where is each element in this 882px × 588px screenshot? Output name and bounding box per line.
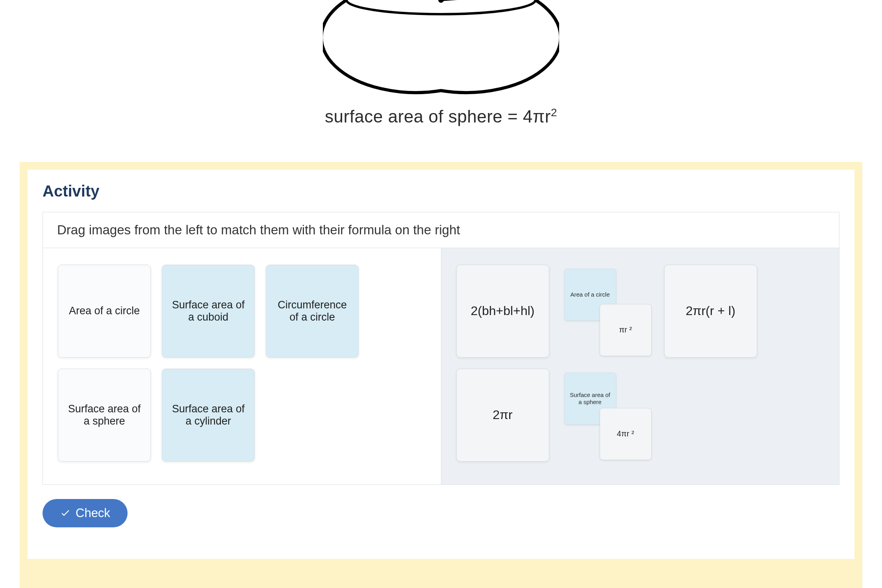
activity-wrapper: Activity Drag images from the left to ma… [20,162,862,588]
check-button-label: Check [76,506,110,520]
card-label: Surface area of a cylinder [169,403,247,427]
drag-card-circumference[interactable]: Circumference of a circle [266,265,359,358]
drop-slot-cuboid-formula[interactable]: 2(bh+bl+hl) [456,265,549,358]
formula-text: 2πr [493,408,513,422]
card-label: Area of a circle [69,305,140,317]
drag-card-cylinder[interactable]: Surface area of a cylinder [162,369,255,462]
formula-text: 2πr(r + l) [686,304,735,318]
drag-card-area-circle[interactable]: Area of a circle [58,265,151,358]
activity-panel: Activity Drag images from the left to ma… [28,170,854,559]
activity-box: Drag images from the left to match them … [43,212,839,485]
card-label: Circumference of a circle [273,299,351,323]
matched-formula-card: 4πr ² [600,408,652,460]
check-button[interactable]: Check [43,499,128,527]
drag-card-cuboid[interactable]: Surface area of a cuboid [162,265,255,358]
activity-title: Activity [43,182,839,200]
drop-slot-cylinder-formula[interactable]: 2πr(r + l) [664,265,757,358]
sphere-formula-text: surface area of sphere = 4πr2 [0,106,882,126]
matched-formula-card: πr ² [600,304,652,356]
card-label: Surface area of a cuboid [169,299,247,323]
matched-pair-sphere[interactable]: Surface area of a sphere 4πr ² [560,369,653,462]
drop-slot-circumference-formula[interactable]: 2πr [456,369,549,462]
drag-card-sphere[interactable]: Surface area of a sphere [58,369,151,462]
formula-text: 2(bh+bl+hl) [471,304,535,318]
check-icon [60,508,71,519]
sphere-diagram-section: surface area of sphere = 4πr2 [0,0,882,126]
card-label: Surface area of a sphere [65,403,143,427]
sphere-diagram [323,0,559,98]
drop-target-panel: 2(bh+bl+hl) Area of a circle πr ² 2πr(r … [441,248,839,484]
matched-pair-area-circle[interactable]: Area of a circle πr ² [560,265,653,358]
activity-instruction: Drag images from the left to match them … [43,212,839,248]
drag-panels: Area of a circle Surface area of a cuboi… [43,248,839,484]
drag-source-panel: Area of a circle Surface area of a cuboi… [43,248,441,484]
